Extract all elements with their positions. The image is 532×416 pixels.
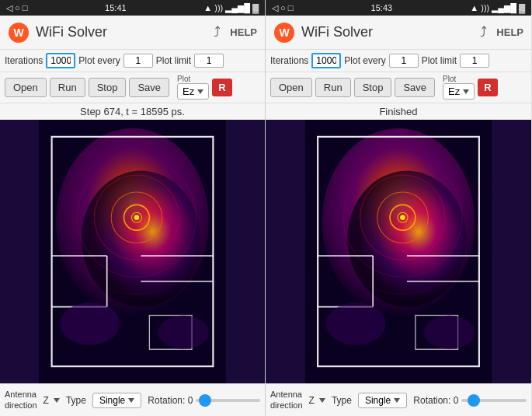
plot-section-label-left: Plot — [177, 75, 190, 83]
antenna-direction-label2-left: direction — [5, 400, 37, 411]
svg-point-17 — [134, 215, 140, 220]
plot-limit-label-right: Plot limit — [422, 55, 457, 66]
r-button-left[interactable]: R — [212, 79, 231, 96]
header-actions-right: ⤴ HELP — [480, 24, 523, 40]
plot-dropdown-arrow-right — [463, 89, 469, 94]
status-left-time: 15:41 — [105, 3, 127, 12]
wifi-logo-right: W — [273, 22, 295, 44]
antenna-direction-label-right: Antenna — [270, 390, 302, 400]
plot-limit-label-left: Plot limit — [156, 55, 191, 66]
status-right-right-icons: ▲ ))) ▂▄▆█ ▓ — [470, 3, 525, 13]
wifi-simulation-left — [0, 120, 265, 383]
plot-limit-input-left[interactable] — [194, 54, 224, 68]
plot-limit-input-right[interactable] — [460, 54, 489, 68]
svg-point-42 — [424, 316, 475, 350]
antenna-direction-label2-right: direction — [270, 400, 303, 411]
help-label-right[interactable]: HELP — [496, 26, 523, 38]
type-dropdown-arrow-left — [128, 398, 134, 403]
antenna-direction-arrow-left[interactable] — [54, 398, 60, 403]
plot-section-right: Plot Ez — [443, 75, 475, 100]
antenna-direction-value-left: Z — [43, 395, 49, 406]
svg-point-39 — [400, 215, 405, 220]
open-button-right[interactable]: Open — [270, 78, 312, 97]
slider-track-right — [461, 399, 527, 402]
header-actions-left: ⤴ HELP — [214, 24, 257, 40]
type-label-left: Type — [66, 395, 86, 406]
svg-text:W: W — [279, 26, 290, 39]
open-button-left[interactable]: Open — [5, 78, 47, 97]
run-button-left[interactable]: Run — [50, 78, 85, 97]
svg-point-41 — [326, 302, 386, 345]
iterations-label-right: Iterations — [270, 55, 308, 66]
app-header-left: W WiFi Solver ⤴ HELP — [0, 16, 265, 50]
plot-every-input-left[interactable] — [123, 54, 153, 68]
svg-point-25 — [347, 171, 466, 307]
stop-button-left[interactable]: Stop — [89, 78, 127, 97]
svg-point-4 — [82, 171, 200, 307]
plot-every-label-right: Plot every — [344, 55, 385, 66]
rotation-label-left: Rotation: 0 — [148, 395, 193, 406]
save-button-right[interactable]: Save — [395, 78, 435, 97]
app-title-right: WiFi Solver — [301, 24, 373, 40]
slider-track-left — [196, 399, 260, 402]
type-dropdown-left[interactable]: Single — [92, 393, 141, 408]
buttons-row-right: Open Run Stop Save Plot Ez R — [266, 72, 531, 103]
app-header-right: W WiFi Solver ⤴ HELP — [266, 16, 531, 50]
status-left-right-icons: ▲ ))) ▂▄▆█ ▓ — [203, 3, 259, 13]
status-right-icons: ◁ ○ □ — [272, 3, 293, 13]
type-dropdown-right[interactable]: Single — [358, 393, 407, 408]
controls-row-right: Iterations Plot every Plot limit — [266, 50, 531, 72]
plot-dropdown-left[interactable]: Ez — [177, 83, 209, 100]
plot-dropdown-right[interactable]: Ez — [443, 83, 475, 100]
iterations-label-left: Iterations — [5, 55, 43, 66]
plot-every-input-right[interactable] — [389, 54, 419, 68]
slider-thumb-right[interactable] — [468, 394, 480, 407]
controls-row-left: Iterations Plot every Plot limit — [0, 50, 265, 72]
status-right-time: 15:43 — [371, 3, 393, 12]
app-title-row-left: W WiFi Solver — [8, 22, 107, 44]
step-label-right: Finished — [266, 103, 531, 120]
r-button-right[interactable]: R — [478, 79, 497, 96]
type-dropdown-arrow-right — [394, 398, 400, 403]
bottom-controls-left: Antenna direction Z Type Single Rotation… — [0, 383, 265, 416]
iterations-input-right[interactable] — [311, 53, 341, 68]
right-panel: ◁ ○ □ 15:43 ▲ ))) ▂▄▆█ ▓ W WiFi Solver ⤴… — [266, 0, 531, 416]
share-icon-right[interactable]: ⤴ — [480, 24, 487, 40]
run-button-right[interactable]: Run — [315, 78, 351, 97]
status-bar-left: ◁ ○ □ 15:41 ▲ ))) ▂▄▆█ ▓ — [0, 0, 265, 16]
plot-section-left: Plot Ez — [177, 75, 209, 100]
slider-thumb-left[interactable] — [199, 394, 211, 407]
wifi-logo-left: W — [8, 22, 30, 44]
app-title-row-right: W WiFi Solver — [273, 22, 373, 44]
help-label-left[interactable]: HELP — [230, 26, 257, 38]
plot-every-label-left: Plot every — [78, 55, 120, 66]
visualization-right — [266, 120, 531, 383]
status-left-icons: ◁ ○ □ — [6, 3, 27, 13]
svg-point-20 — [158, 316, 209, 350]
antenna-direction-label-left: Antenna — [5, 390, 37, 400]
stop-button-right[interactable]: Stop — [354, 78, 392, 97]
svg-point-19 — [61, 302, 120, 345]
share-icon-left[interactable]: ⤴ — [214, 24, 221, 40]
antenna-direction-arrow-right[interactable] — [319, 398, 325, 403]
wifi-simulation-right — [266, 120, 531, 383]
plot-section-label-right: Plot — [443, 75, 456, 83]
svg-text:W: W — [13, 26, 24, 39]
rotation-slider-right: Rotation: 0 — [413, 395, 527, 406]
iterations-input-left[interactable] — [46, 53, 75, 68]
step-label-left: Step 674, t = 18595 ps. — [0, 103, 265, 120]
antenna-direction-value-right: Z — [309, 395, 315, 406]
bottom-controls-right: Antenna direction Z Type Single Rotation… — [266, 383, 531, 416]
buttons-row-left: Open Run Stop Save Plot Ez R — [0, 72, 265, 103]
rotation-label-right: Rotation: 0 — [413, 395, 458, 406]
plot-dropdown-arrow-left — [197, 89, 203, 94]
type-label-right: Type — [332, 395, 352, 406]
left-panel: ◁ ○ □ 15:41 ▲ ))) ▂▄▆█ ▓ W WiFi Solver ⤴… — [0, 0, 266, 416]
visualization-left — [0, 120, 265, 383]
status-bar-right: ◁ ○ □ 15:43 ▲ ))) ▂▄▆█ ▓ — [266, 0, 531, 16]
app-title-left: WiFi Solver — [36, 24, 107, 40]
save-button-left[interactable]: Save — [129, 78, 169, 97]
rotation-slider-left: Rotation: 0 — [148, 395, 260, 406]
